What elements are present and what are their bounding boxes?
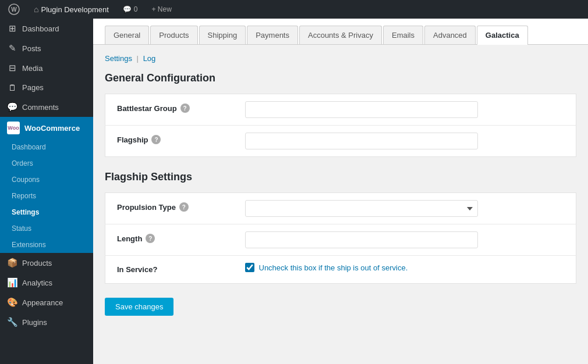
propulsion-type-label-cell: Propulsion Type ? [105, 193, 233, 224]
battlestar-group-row: Battlestar Group ? [105, 94, 576, 126]
battlestar-group-input[interactable] [245, 101, 478, 118]
in-service-description: Uncheck this box if the ship is out of s… [259, 263, 408, 272]
breadcrumb-log-link[interactable]: Log [143, 54, 156, 63]
sidebar: ⊞ Dashboard ✎ Posts ⊟ Media 🗒 Pages 💬 Co… [0, 19, 93, 364]
woocommerce-label: WooCommerce [24, 124, 80, 133]
length-row: Length ? [105, 224, 576, 256]
sidebar-item-products[interactable]: 📦 Products [0, 253, 93, 273]
breadcrumb-separator: | [137, 54, 139, 63]
tab-products[interactable]: Products [150, 26, 197, 44]
woo-logo-icon: Woo [7, 122, 20, 134]
products-icon: 📦 [7, 258, 17, 268]
tab-general[interactable]: General [105, 26, 149, 44]
battlestar-group-label-row: Battlestar Group ? [117, 104, 222, 113]
propulsion-type-select[interactable] [245, 200, 478, 217]
sidebar-item-dashboard[interactable]: ⊞ Dashboard [0, 19, 93, 38]
dashboard-icon: ⊞ [7, 23, 17, 34]
sidebar-item-woo-reports[interactable]: Reports [0, 188, 93, 204]
comments-icon: 💬 [7, 102, 17, 112]
sidebar-item-woo-coupons[interactable]: Coupons [0, 172, 93, 188]
sidebar-item-label: Appearance [22, 298, 63, 307]
general-config-title: General Configuration [105, 72, 576, 84]
propulsion-type-field-cell [233, 193, 576, 224]
flagship-field-cell [233, 126, 576, 157]
general-config-table: Battlestar Group ? Flagship [105, 94, 576, 157]
sidebar-item-label: Plugins [22, 318, 47, 327]
new-content-item[interactable]: + New [150, 5, 174, 13]
save-changes-button[interactable]: Save changes [105, 298, 173, 316]
flagship-help-icon[interactable]: ? [151, 135, 161, 144]
battlestar-group-label-cell: Battlestar Group ? [105, 94, 233, 126]
tab-accounts-privacy[interactable]: Accounts & Privacy [299, 26, 382, 44]
sidebar-item-woo-extensions[interactable]: Extensions [0, 237, 93, 253]
sidebar-item-pages[interactable]: 🗒 Pages [0, 78, 93, 97]
breadcrumb: Settings | Log [105, 54, 576, 63]
analytics-icon: 📊 [7, 277, 17, 288]
length-label-cell: Length ? [105, 224, 233, 256]
sidebar-item-woo-dashboard[interactable]: Dashboard [0, 139, 93, 155]
in-service-row: In Service? Uncheck this box if the ship… [105, 256, 576, 284]
battlestar-group-help-icon[interactable]: ? [180, 104, 190, 113]
sidebar-item-plugins[interactable]: 🔧 Plugins [0, 312, 93, 332]
tab-emails[interactable]: Emails [383, 26, 423, 44]
propulsion-type-label-row: Propulsion Type ? [117, 202, 222, 212]
flagship-label-cell: Flagship ? [105, 126, 233, 157]
breadcrumb-settings-link[interactable]: Settings [105, 54, 132, 63]
length-label: Length [117, 234, 142, 243]
battlestar-group-field-cell [233, 94, 576, 126]
house-icon: ⌂ [34, 5, 38, 14]
tab-payments[interactable]: Payments [247, 26, 298, 44]
plugins-icon: 🔧 [7, 317, 17, 327]
sidebar-item-woo-settings[interactable]: Settings [0, 204, 93, 220]
sidebar-item-label: Products [22, 259, 52, 267]
in-service-field-cell: Uncheck this box if the ship is out of s… [233, 256, 576, 284]
in-service-checkbox[interactable] [245, 263, 254, 272]
comments-count: 0 [134, 5, 138, 13]
new-label: + New [152, 5, 172, 13]
tab-galactica[interactable]: Galactica [477, 26, 528, 45]
pages-icon: 🗒 [7, 83, 17, 92]
wp-logo-icon: W [8, 3, 20, 15]
propulsion-type-row: Propulsion Type ? [105, 193, 576, 224]
flagship-settings-title: Flagship Settings [105, 171, 576, 183]
sidebar-item-label: Analytics [22, 279, 52, 287]
posts-icon: ✎ [7, 43, 17, 53]
tab-advanced[interactable]: Advanced [424, 26, 476, 44]
sidebar-item-comments[interactable]: 💬 Comments [0, 97, 93, 117]
sidebar-item-media[interactable]: ⊟ Media [0, 58, 93, 78]
sidebar-item-analytics[interactable]: 📊 Analytics [0, 273, 93, 292]
site-name-item[interactable]: ⌂ Plugin Development [31, 5, 111, 14]
sidebar-item-label: Pages [22, 83, 44, 92]
sidebar-item-posts[interactable]: ✎ Posts [0, 38, 93, 58]
wp-logo-item[interactable]: W [6, 3, 22, 15]
length-label-row: Length ? [117, 234, 222, 243]
site-name: Plugin Development [41, 5, 108, 14]
length-help-icon[interactable]: ? [146, 234, 155, 243]
sidebar-item-appearance[interactable]: 🎨 Appearance [0, 292, 93, 312]
woocommerce-section: Woo WooCommerce Dashboard Orders Coupons… [0, 117, 93, 253]
flagship-row: Flagship ? [105, 126, 576, 157]
tabs-bar: General Products Shipping Payments Accou… [93, 19, 588, 45]
sidebar-item-woo-orders[interactable]: Orders [0, 155, 93, 172]
propulsion-type-label: Propulsion Type [117, 203, 176, 212]
main-layout: ⊞ Dashboard ✎ Posts ⊟ Media 🗒 Pages 💬 Co… [0, 19, 588, 364]
sidebar-item-label: Dashboard [22, 24, 59, 33]
in-service-checkbox-row: Uncheck this box if the ship is out of s… [245, 263, 565, 272]
media-icon: ⊟ [7, 63, 17, 73]
woocommerce-header[interactable]: Woo WooCommerce [0, 117, 93, 139]
in-service-label: In Service? [117, 265, 157, 274]
sidebar-item-label: Posts [22, 44, 41, 53]
comments-item[interactable]: 💬 0 [121, 5, 140, 13]
tab-shipping[interactable]: Shipping [199, 26, 246, 44]
flagship-input[interactable] [245, 133, 478, 149]
propulsion-type-help-icon[interactable]: ? [179, 202, 189, 212]
in-service-label-cell: In Service? [105, 256, 233, 284]
flagship-settings-table: Propulsion Type ? [105, 192, 576, 284]
svg-text:W: W [11, 6, 17, 13]
flagship-label-row: Flagship ? [117, 135, 222, 144]
sidebar-item-woo-status[interactable]: Status [0, 220, 93, 237]
sidebar-item-label: Media [22, 64, 42, 73]
length-input[interactable] [245, 231, 478, 248]
sidebar-item-label: Comments [22, 103, 59, 112]
settings-panel: Settings | Log General Configuration Bat… [93, 45, 588, 325]
